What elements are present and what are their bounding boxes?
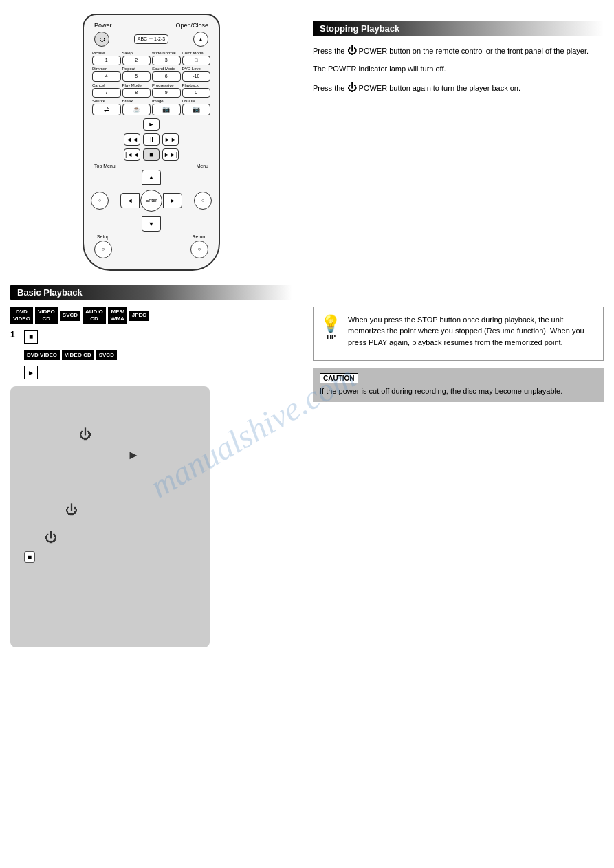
open-close-button[interactable]: ▲ xyxy=(193,32,208,47)
badge-mp3-wma: MP3/WMA xyxy=(108,307,127,324)
right-body-1: Press the ⏻ POWER button on the remote c… xyxy=(313,43,604,58)
remote-power-row: ⏻ ABC ··· 1-2-3 ▲ xyxy=(91,32,212,47)
btn-5[interactable]: 5 xyxy=(122,71,151,81)
fast-forward-button[interactable]: ►► xyxy=(162,133,179,146)
source-row: ⇌ ☕ 📷 📷 xyxy=(91,104,212,115)
btn-1[interactable]: 1 xyxy=(92,56,121,65)
screen-power-icon-bot: ⏻ xyxy=(45,531,57,545)
enter-button[interactable]: Enter xyxy=(140,190,162,212)
power-icon-2: ⏻ xyxy=(347,80,357,95)
menu-label: Menu xyxy=(196,164,208,168)
image-btn[interactable]: 📷 xyxy=(152,104,181,115)
btn-9[interactable]: 9 xyxy=(152,88,181,98)
label-row-2: Dimmer Repeat Sound Mode DVD Level xyxy=(91,67,212,71)
tip-label: TIP xyxy=(326,333,336,340)
badge-svcd: SVCD xyxy=(60,311,80,320)
btn-8[interactable]: 8 xyxy=(122,88,151,98)
dpad: ▲ ◄ Enter ► ▼ xyxy=(120,170,182,232)
stopping-playback-header: Stopping Playback xyxy=(313,21,604,36)
disc-type-badges: DVDVIDEO VIDEOCD SVCD AUDIOCD MP3/WMA JP… xyxy=(10,307,292,324)
badge-audio-cd: AUDIOCD xyxy=(83,307,106,324)
break-btn[interactable]: ☕ xyxy=(122,104,151,115)
remote-diagram: Power Open/Close ⏻ ABC ··· 1-2-3 ▲ Pictu… xyxy=(10,14,292,271)
setup-button[interactable]: ○ xyxy=(94,241,112,258)
caution-label: CAUTION xyxy=(320,373,358,383)
right-body-3: Press the ⏻ POWER button again to turn t… xyxy=(313,80,604,95)
btn-pic[interactable]: □ xyxy=(182,56,211,65)
stop-button[interactable]: ■ xyxy=(143,148,160,161)
label-row-3: Cancel Play Mode Progressive Playback xyxy=(91,83,212,87)
label-row-1: Picture Sleep Wide/Normal Color Mode xyxy=(91,51,212,55)
screen-diagram: ⏻ ► ⏻ ⏻ ■ xyxy=(10,386,210,647)
right-column: Stopping Playback Press the ⏻ POWER butt… xyxy=(303,0,614,868)
dvon-btn[interactable]: 📷 xyxy=(182,104,211,115)
step-2: ► xyxy=(24,366,292,383)
counter-button[interactable]: ABC ··· 1-2-3 xyxy=(134,34,168,44)
btn-2[interactable]: 2 xyxy=(122,56,151,65)
number-row-2: 4 5 6 -10 xyxy=(91,71,212,81)
top-menu-button[interactable]: ○ xyxy=(91,192,109,210)
sub-badge-svcd: SVCD xyxy=(96,350,117,360)
btn-4[interactable]: 4 xyxy=(92,71,121,81)
badge-dvd-video: DVDVIDEO xyxy=(10,307,33,324)
rewind-button[interactable]: ◄◄ xyxy=(124,133,140,146)
transport-row-2: |◄◄ ■ ►►| xyxy=(91,148,212,161)
return-button[interactable]: ○ xyxy=(190,241,208,258)
tip-text: When you press the STOP button once duri… xyxy=(348,314,596,348)
screen-power-icon-mid: ⏻ xyxy=(65,503,78,518)
setup-label: Setup xyxy=(97,234,109,239)
label-row-4: Source Break Image DV-ON xyxy=(91,99,212,103)
remote-control: Power Open/Close ⏻ ABC ··· 1-2-3 ▲ Pictu… xyxy=(83,14,220,271)
menu-dpad-area: Top Menu Menu ○ ▲ ◄ Enter ► ▼ ○ xyxy=(91,164,212,232)
power-label: Power xyxy=(94,22,112,29)
pause-button[interactable]: ⏸ xyxy=(143,133,160,146)
dpad-down[interactable]: ▼ xyxy=(142,216,161,232)
caution-text: If the power is cut off during recording… xyxy=(320,386,597,397)
badge-video-cd: VIDEOCD xyxy=(35,307,58,324)
open-close-label: Open/Close xyxy=(175,22,208,29)
stop-symbol: ■ xyxy=(24,330,38,344)
power-button[interactable]: ⏻ xyxy=(94,32,109,47)
next-button[interactable]: ►►| xyxy=(162,148,179,161)
btn-10[interactable]: -10 xyxy=(182,71,211,81)
btn-7[interactable]: 7 xyxy=(92,88,121,98)
dpad-right[interactable]: ► xyxy=(163,193,182,208)
return-label: Return xyxy=(192,234,206,239)
sub-badge-dvd: DVD VIDEO xyxy=(24,350,60,360)
left-column: Power Open/Close ⏻ ABC ··· 1-2-3 ▲ Pictu… xyxy=(0,0,303,868)
btn-3[interactable]: 3 xyxy=(152,56,181,65)
dpad-up[interactable]: ▲ xyxy=(142,170,161,185)
tip-icon-area: 💡 TIP xyxy=(320,314,341,340)
prev-button[interactable]: |◄◄ xyxy=(124,148,140,161)
tip-box: 💡 TIP When you press the STOP button onc… xyxy=(313,307,604,361)
sub-badge-vcd: VIDEO CD xyxy=(62,350,94,360)
menu-button[interactable]: ○ xyxy=(194,192,212,210)
play-row: ► xyxy=(91,118,212,131)
screen-play-icon: ► xyxy=(127,448,140,463)
spacer xyxy=(313,100,604,307)
play-button[interactable]: ► xyxy=(143,118,160,131)
dpad-left[interactable]: ◄ xyxy=(120,193,140,208)
number-row-1: 1 2 3 □ xyxy=(91,56,212,65)
power-icon-1: ⏻ xyxy=(347,43,357,58)
screen-power-icon-top: ⏻ xyxy=(79,427,91,442)
caution-box: CAUTION If the power is cut off during r… xyxy=(313,368,604,402)
basic-playback-header: Basic Playback xyxy=(10,285,292,300)
tip-lightbulb-icon: 💡 xyxy=(320,314,341,333)
btn-6[interactable]: 6 xyxy=(152,71,181,81)
screen-stop-icon: ■ xyxy=(24,551,35,563)
play-symbol: ► xyxy=(24,366,38,379)
number-row-3: 7 8 9 0 xyxy=(91,88,212,98)
top-menu-label: Top Menu xyxy=(94,164,116,168)
step-1: 1 ■ xyxy=(10,330,292,348)
source-btn[interactable]: ⇌ xyxy=(92,104,121,115)
right-body-2: The POWER indicator lamp will turn off. xyxy=(313,63,604,75)
btn-0[interactable]: 0 xyxy=(182,88,211,98)
badge-jpeg: JPEG xyxy=(129,311,149,320)
setup-return-row: Setup ○ Return ○ xyxy=(91,234,212,258)
sub-disc-badges: DVD VIDEO VIDEO CD SVCD xyxy=(24,350,292,360)
remote-top-labels: Power Open/Close xyxy=(91,22,212,29)
transport-row-1: ◄◄ ⏸ ►► xyxy=(91,133,212,146)
